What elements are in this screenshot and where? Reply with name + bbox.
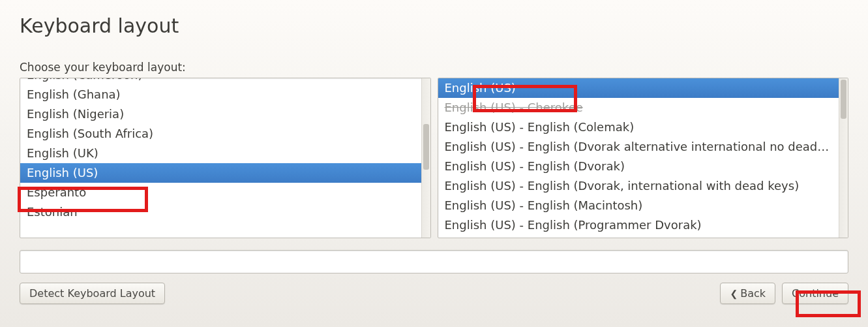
chevron-left-icon: ❮	[730, 288, 738, 299]
page-title: Keyboard layout	[20, 14, 848, 37]
continue-button-label: Continue	[792, 287, 839, 300]
language-listbox[interactable]: English (Cameroon)English (Ghana)English…	[20, 78, 431, 238]
variant-list-item[interactable]: English (US) - English (US, alternative …	[438, 235, 839, 238]
language-list-item[interactable]: English (Nigeria)	[20, 104, 421, 124]
detect-button-label: Detect Keyboard Layout	[29, 287, 155, 300]
button-row: Detect Keyboard Layout ❮ Back Continue	[20, 283, 848, 304]
variant-listbox-scrollbar[interactable]	[839, 78, 848, 238]
language-listbox-scrollbar[interactable]	[421, 78, 430, 238]
instruction-label: Choose your keyboard layout:	[20, 61, 848, 74]
language-list-item[interactable]: Estonian	[20, 202, 421, 222]
language-list-item[interactable]: English (Cameroon)	[20, 78, 421, 85]
language-list-item[interactable]: English (Ghana)	[20, 85, 421, 104]
variant-list-item[interactable]: English (US) - English (Dvorak, internat…	[438, 176, 839, 196]
back-button-label: Back	[740, 287, 766, 300]
variant-list-item[interactable]: English (US) - Cherokee	[438, 98, 839, 117]
layout-selection-row: English (Cameroon)English (Ghana)English…	[20, 78, 848, 238]
variant-list-item[interactable]: English (US) - English (Dvorak)	[438, 157, 839, 176]
variant-list-item[interactable]: English (US) - English (Programmer Dvora…	[438, 215, 839, 235]
variant-list-item[interactable]: English (US) - English (Macintosh)	[438, 196, 839, 215]
back-button[interactable]: ❮ Back	[720, 283, 775, 304]
variant-list-item[interactable]: English (US)	[438, 78, 839, 98]
language-list-item[interactable]: English (US)	[20, 163, 421, 183]
language-list-item[interactable]: English (South Africa)	[20, 124, 421, 144]
variant-listbox[interactable]: English (US)English (US) - CherokeeEngli…	[438, 78, 849, 238]
variant-list-item[interactable]: English (US) - English (Dvorak alternati…	[438, 137, 839, 157]
variant-list-item[interactable]: English (US) - English (Colemak)	[438, 117, 839, 137]
language-list-item[interactable]: English (UK)	[20, 144, 421, 163]
language-list-item[interactable]: Esperanto	[20, 183, 421, 202]
keyboard-test-input[interactable]	[20, 250, 848, 273]
continue-button[interactable]: Continue	[782, 283, 848, 304]
detect-keyboard-layout-button[interactable]: Detect Keyboard Layout	[20, 283, 165, 304]
